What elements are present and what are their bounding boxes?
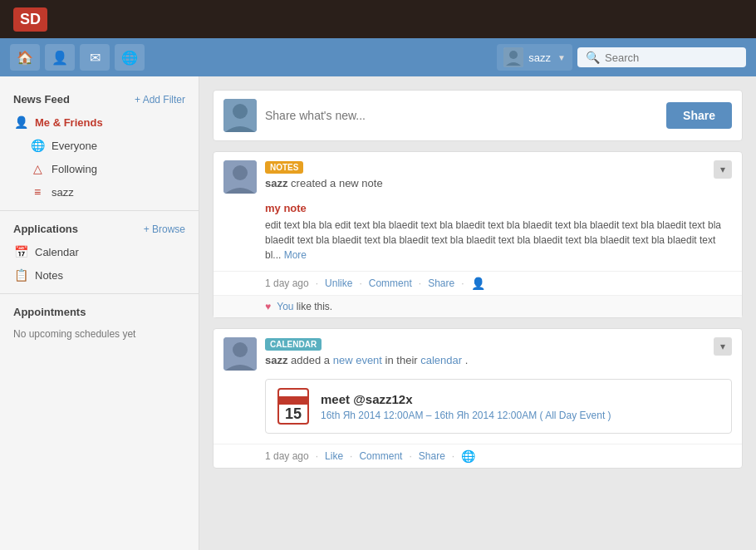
feed-calendar-footer: 1 day ago · Like · Comment · Share · 🌐	[214, 444, 742, 468]
sazz-icon: ≡	[30, 185, 45, 199]
feed-calendar-options-button[interactable]: ▾	[714, 337, 732, 356]
feed-calendar-action-end: .	[465, 354, 469, 366]
notes-icon: 📋	[13, 268, 28, 282]
sidebar-item-notes[interactable]: 📋 Notes	[0, 263, 199, 287]
notes-time-ago: 1 day ago	[265, 277, 309, 289]
heart-icon: ♥	[265, 301, 271, 312]
share-box: Share	[213, 90, 743, 141]
sidebar-item-everyone[interactable]: 🌐 Everyone	[0, 134, 199, 157]
globe-icon: 🌐	[461, 449, 475, 463]
calendar-link[interactable]: calendar	[420, 354, 462, 366]
calendar-time-ago: 1 day ago	[265, 450, 309, 462]
calendar-day-number: 15	[285, 405, 302, 423]
following-icon: △	[30, 162, 45, 175]
search-input[interactable]	[605, 52, 738, 64]
calendar-label: Calendar	[35, 246, 79, 258]
feed-like-bar: ♥ You like this.	[214, 295, 742, 317]
feed-item-notes: NOTES sazz created a new note ▾ my note …	[213, 151, 743, 318]
feed-notes-options-button[interactable]: ▾	[714, 160, 732, 179]
everyone-label: Everyone	[52, 140, 97, 152]
new-event-link[interactable]: new event	[333, 354, 382, 366]
feed-calendar-action-mid: in their	[385, 354, 421, 366]
feed-notes-footer: 1 day ago · Unlike · Comment · Share · 👤	[214, 271, 742, 295]
unlike-link[interactable]: Unlike	[325, 277, 352, 289]
share-button[interactable]: Share	[666, 102, 732, 129]
sidebar-divider-2	[0, 293, 199, 294]
me-friends-label: Me & Friends	[35, 116, 103, 129]
messages-nav-button[interactable]: ✉	[80, 44, 110, 71]
notes-label: Notes	[35, 269, 63, 282]
brand-logo: SD	[13, 7, 47, 32]
sidebar-divider-1	[0, 210, 199, 211]
svg-point-3	[233, 104, 248, 119]
appointments-section-header: Appointments	[0, 301, 199, 323]
svg-point-5	[233, 165, 248, 180]
feed-note-title: my note	[265, 202, 732, 214]
content-area: Share NOTES sazz created a new note ▾ my…	[199, 76, 756, 550]
cal-event-time: 16th Яh 2014 12:00AM – 16th Яh 2014 12:0…	[321, 410, 611, 421]
notes-comment-link[interactable]: Comment	[369, 277, 412, 289]
calendar-day-icon: 15	[277, 388, 309, 425]
following-label: Following	[52, 163, 97, 175]
calendar-comment-link[interactable]: Comment	[359, 450, 402, 462]
sidebar-item-calendar[interactable]: 📅 Calendar	[0, 240, 199, 263]
feed-notes-action: created a new note	[291, 177, 383, 189]
notes-share-link[interactable]: Share	[428, 277, 454, 289]
calendar-icon: 📅	[13, 245, 28, 258]
like-link[interactable]: Like	[325, 450, 343, 462]
feed-calendar-avatar	[223, 337, 257, 371]
feed-notes-body: my note edit text bla bla edit text bla …	[214, 202, 742, 271]
feed-item-calendar-header: CALENDAR sazz added a new event in their…	[214, 329, 742, 379]
me-friends-icon: 👤	[13, 115, 28, 129]
calendar-share-link[interactable]: Share	[419, 450, 445, 462]
more-link[interactable]: More	[284, 249, 307, 261]
friends-nav-button[interactable]: 👤	[45, 44, 75, 71]
applications-title: Applications	[13, 223, 78, 235]
sidebar-item-following[interactable]: △ Following	[0, 157, 199, 180]
search-box: 🔍	[577, 47, 746, 67]
sidebar-item-me-friends[interactable]: 👤 Me & Friends	[0, 110, 199, 134]
like-text-suffix: like this.	[297, 301, 332, 312]
nav-bar: 🏠 👤 ✉ 🌐 sazz ▼ 🔍	[0, 38, 756, 76]
news-feed-title: News Feed	[13, 93, 70, 106]
home-nav-button[interactable]: 🏠	[10, 44, 40, 71]
news-feed-section-header: News Feed + Add Filter	[0, 88, 199, 110]
feed-calendar-user: sazz	[265, 354, 287, 366]
browse-link[interactable]: + Browse	[144, 223, 185, 235]
globe-nav-button[interactable]: 🌐	[115, 44, 145, 71]
sidebar: News Feed + Add Filter 👤 Me & Friends 🌐 …	[0, 76, 199, 550]
applications-section-header: Applications + Browse	[0, 218, 199, 240]
feed-notes-desc: sazz created a new note	[265, 177, 705, 189]
feed-note-content: edit text bla bla edit text bla blaedit …	[265, 219, 721, 261]
nav-dropdown-icon: ▼	[557, 53, 566, 62]
svg-point-7	[233, 342, 248, 357]
cal-event-title: meet @sazz12x	[321, 392, 611, 406]
sazz-label: sazz	[52, 186, 74, 199]
add-filter-link[interactable]: + Add Filter	[135, 94, 185, 106]
everyone-icon: 🌐	[30, 139, 45, 152]
main-layout: News Feed + Add Filter 👤 Me & Friends 🌐 …	[0, 76, 756, 550]
notes-badge: NOTES	[265, 161, 303, 174]
privacy-icon: 👤	[471, 277, 485, 290]
feed-notes-user: sazz	[265, 177, 287, 189]
you-link[interactable]: You	[277, 301, 293, 312]
nav-user-avatar	[503, 47, 523, 67]
feed-notes-meta: NOTES sazz created a new note	[265, 160, 705, 189]
no-schedules-text: No upcoming schedules yet	[0, 323, 199, 345]
sidebar-item-sazz[interactable]: ≡ sazz	[0, 180, 199, 204]
svg-point-1	[509, 51, 518, 59]
calendar-icon-top	[279, 396, 307, 405]
feed-notes-avatar	[223, 160, 257, 194]
feed-calendar-meta: CALENDAR sazz added a new event in their…	[265, 337, 705, 366]
calendar-badge: CALENDAR	[265, 338, 322, 351]
feed-item-notes-header: NOTES sazz created a new note ▾	[214, 152, 742, 202]
appointments-title: Appointments	[13, 306, 86, 318]
user-menu[interactable]: sazz ▼	[497, 44, 572, 71]
share-avatar	[223, 99, 257, 132]
feed-note-text: edit text bla bla edit text bla blaedit …	[265, 218, 732, 263]
search-icon: 🔍	[586, 51, 600, 64]
calendar-event-card: 15 meet @sazz12x 16th Яh 2014 12:00AM – …	[265, 379, 732, 434]
feed-calendar-action-pre: added a	[291, 354, 333, 366]
nav-username: sazz	[528, 52, 551, 64]
share-input[interactable]	[265, 109, 658, 122]
